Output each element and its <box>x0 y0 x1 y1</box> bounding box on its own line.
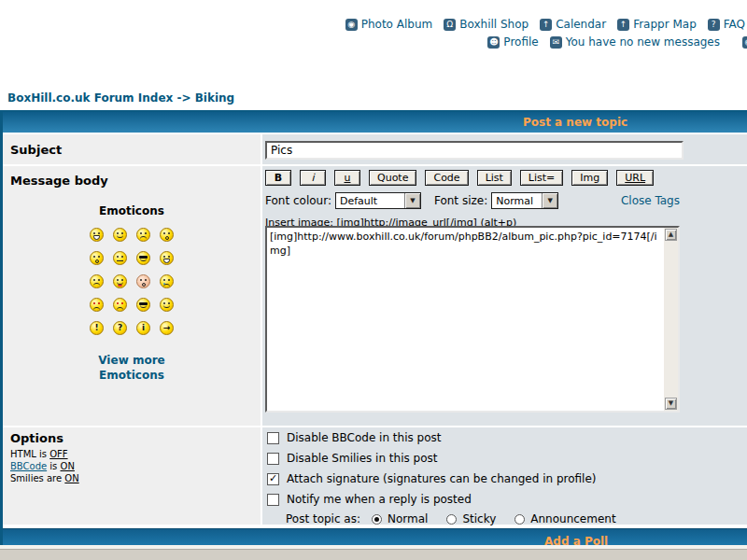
profile-icon: ☻ <box>487 36 500 49</box>
options-field-cell: Disable BBCode in this post Disable Smil… <box>262 427 747 525</box>
map-icon: ↑ <box>617 19 629 31</box>
emoticon-wink-icon[interactable] <box>160 298 174 312</box>
disable-smilies-checkbox[interactable] <box>267 453 279 465</box>
breadcrumb-separator: -> <box>176 91 190 105</box>
subject-field-cell: Pics <box>262 134 747 164</box>
emoticons-title: Emoticons <box>3 204 261 217</box>
bbcode-button-row: B i u Quote Code List List= Img URL <box>265 170 680 186</box>
breadcrumb-biking-link[interactable]: Biking <box>195 91 235 105</box>
emoticon-rolleyes-icon[interactable] <box>136 298 150 312</box>
disable-bbcode-label[interactable]: Disable BBCode in this post <box>287 431 442 444</box>
disable-bbcode-checkbox[interactable] <box>267 432 279 444</box>
nav-logout[interactable]: ◉ <box>742 36 747 49</box>
horizontal-scrollbar[interactable] <box>0 549 747 560</box>
code-button[interactable]: Code <box>425 170 468 186</box>
nav-messages[interactable]: ✉ You have no new messages <box>550 35 720 49</box>
disable-smilies-label[interactable]: Disable Smilies in this post <box>287 452 437 465</box>
notify-reply-checkbox[interactable] <box>267 494 279 506</box>
emoticon-smile-icon[interactable] <box>113 228 127 242</box>
nav-messages-label: You have no new messages <box>566 35 720 49</box>
notify-reply-label[interactable]: Notify me when a reply is posted <box>287 493 472 506</box>
html-status-line: HTML is OFF <box>10 448 261 460</box>
attach-signature-checkbox[interactable] <box>267 473 279 485</box>
emoticon-evil-icon[interactable] <box>90 298 104 312</box>
emoticon-arrow-icon[interactable]: → <box>160 321 174 335</box>
emoticon-shocked-icon[interactable] <box>90 251 104 265</box>
img-button[interactable]: Img <box>571 170 608 186</box>
emoticon-idea-icon[interactable]: i <box>136 321 150 335</box>
notify-reply-row: Notify me when a reply is posted <box>267 492 620 507</box>
nav-faq-label: FAQ <box>724 18 745 31</box>
chevron-down-icon[interactable]: ▼ <box>404 193 420 208</box>
nav-photo-album[interactable]: ◉ Photo Album <box>345 18 433 31</box>
emoticon-crying-icon[interactable] <box>160 274 174 288</box>
emoticon-laughing-icon[interactable] <box>160 251 174 265</box>
subject-input[interactable]: Pics <box>265 141 684 160</box>
font-size-select[interactable]: Normal ▼ <box>491 192 558 209</box>
textarea-scrollbar: ▲ ▼ <box>664 228 678 411</box>
post-announcement-label[interactable]: Announcement <box>530 512 615 525</box>
nav-calendar[interactable]: ↑ Calendar <box>540 18 606 31</box>
table-header-bar: Post a new topic <box>3 112 747 133</box>
emoticon-razz-icon[interactable] <box>113 274 127 288</box>
nav-row-2: ☻ Profile ✉ You have no new messages ◉ <box>0 35 747 49</box>
list-button[interactable]: List <box>477 170 512 186</box>
options-title: Options <box>3 427 261 445</box>
calendar-icon: ↑ <box>540 19 552 31</box>
nav-row-1: ◉ Photo Album Ω Boxhill Shop ↑ Calendar … <box>0 17 747 32</box>
nav-boxhill-shop[interactable]: Ω Boxhill Shop <box>444 18 529 31</box>
emoticon-twisted-evil-icon[interactable] <box>113 298 127 312</box>
post-sticky-radio[interactable] <box>446 514 457 525</box>
nav-frappr-map[interactable]: ↑ Frappr Map <box>617 18 697 31</box>
font-colour-select[interactable]: Default ▼ <box>335 192 421 209</box>
font-options-row: Font colour: Default ▼ Font size: Normal… <box>265 192 680 209</box>
url-button[interactable]: URL <box>616 170 654 186</box>
emoticon-surprised-icon[interactable] <box>160 228 174 242</box>
bbcode-help-link[interactable]: BBCode <box>10 461 47 471</box>
message-textarea[interactable]: [img]http://www.boxhill.co.uk/forum/phpB… <box>265 226 680 413</box>
quote-button[interactable]: Quote <box>369 170 416 186</box>
bbcode-status-line: BBCode is ON <box>10 460 261 472</box>
nav-photo-album-label: Photo Album <box>361 18 433 31</box>
emoticon-cool-icon[interactable] <box>136 251 150 265</box>
scroll-down-icon[interactable]: ▼ <box>665 398 677 410</box>
emoticon-sad-icon[interactable] <box>136 228 150 242</box>
logout-icon: ◉ <box>742 36 747 49</box>
messages-icon: ✉ <box>550 36 562 49</box>
scroll-up-icon[interactable]: ▲ <box>665 229 677 241</box>
close-tags-link[interactable]: Close Tags <box>621 194 680 207</box>
italic-button[interactable]: i <box>300 170 326 186</box>
breadcrumb-forum-index-link[interactable]: BoxHill.co.uk Forum Index <box>7 91 173 105</box>
font-size-label: Font size: <box>434 194 487 207</box>
underline-button[interactable]: u <box>334 170 360 186</box>
nav-faq[interactable]: ? FAQ <box>708 18 745 31</box>
ordered-list-button[interactable]: List= <box>520 170 563 186</box>
options-status-lines: HTML is OFF BBCode is ON Smilies are ON <box>3 448 261 484</box>
view-more-emoticons-link[interactable]: View more Emoticons <box>3 353 261 383</box>
breadcrumb: BoxHill.co.uk Forum Index -> Biking <box>7 91 234 105</box>
bold-button[interactable]: B <box>265 170 291 186</box>
post-topic-as-label: Post topic as: <box>286 512 360 525</box>
message-text: [img]http://www.boxhill.co.uk/forum/phpB… <box>270 230 660 258</box>
emoticon-confused-icon[interactable] <box>113 251 127 265</box>
subject-row: Subject Pics <box>3 134 747 164</box>
attach-signature-row: Attach signature (signatures can be chan… <box>267 471 620 486</box>
chevron-down-icon[interactable]: ▼ <box>542 193 557 208</box>
subject-label: Subject <box>3 134 261 157</box>
attach-signature-label[interactable]: Attach signature (signatures can be chan… <box>287 472 597 485</box>
emoticon-embarrassed-icon[interactable] <box>136 274 150 288</box>
options-row: Options HTML is OFF BBCode is ON Smilies… <box>3 427 747 525</box>
emoticon-question-icon[interactable]: ? <box>113 321 127 335</box>
post-normal-label[interactable]: Normal <box>388 512 428 525</box>
emoticon-very-happy-icon[interactable] <box>90 228 104 242</box>
html-status-value: OFF <box>49 449 67 459</box>
post-announcement-radio[interactable] <box>514 514 525 525</box>
post-normal-radio[interactable] <box>372 514 382 525</box>
post-sticky-label[interactable]: Sticky <box>462 512 496 525</box>
nav-profile[interactable]: ☻ Profile <box>487 35 538 49</box>
emoticon-mad-icon[interactable] <box>90 274 104 288</box>
emoticon-exclamation-icon[interactable]: ! <box>90 321 104 335</box>
faq-icon: ? <box>708 19 720 31</box>
message-tools: B i u Quote Code List List= Img URL Font… <box>265 166 680 229</box>
nav-boxhill-shop-label: Boxhill Shop <box>459 18 529 31</box>
